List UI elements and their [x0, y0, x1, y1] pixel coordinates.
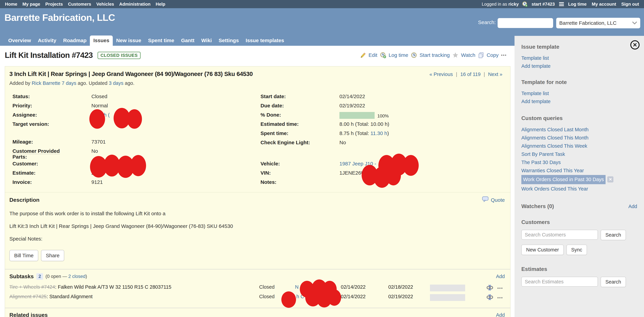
- close-sidebar-button[interactable]: ✕: [630, 40, 640, 49]
- copy-button[interactable]: Copy: [487, 52, 499, 58]
- subtask-status: Closed: [259, 294, 274, 300]
- search-input[interactable]: [498, 18, 553, 28]
- custom-query-link[interactable]: Alignments Closed This Month: [521, 134, 637, 142]
- search-estimates-input[interactable]: [521, 277, 598, 287]
- issue-template-title: Issue template: [521, 44, 637, 50]
- start-date-label: Start date:: [260, 93, 340, 103]
- tab-issue-templates[interactable]: Issue templates: [242, 35, 288, 46]
- tab-overview[interactable]: Overview: [5, 35, 34, 46]
- custom-query-link[interactable]: Sort By Parent Task: [521, 150, 637, 158]
- tab-spent-time[interactable]: Spent time: [145, 35, 178, 46]
- topmenu-administration[interactable]: Administration: [117, 1, 153, 7]
- spent-time-total-link[interactable]: 11.30 h: [370, 130, 387, 136]
- custom-query-link[interactable]: Alignments Closed This Week: [521, 142, 637, 150]
- search-customers-input[interactable]: [521, 230, 598, 240]
- tab-settings[interactable]: Settings: [215, 35, 242, 46]
- note-template-list-link[interactable]: Template list: [521, 89, 637, 97]
- add-template-link[interactable]: Add template: [521, 62, 637, 70]
- subtask-title: Falken Wild Peak A/T3 W 32 1150 R15 C 28…: [58, 284, 171, 290]
- description-paragraph: Lift Kit:3 Inch Lift Kit | Rear Springs …: [10, 223, 506, 229]
- unlink-icon[interactable]: [486, 294, 494, 302]
- log-time-button[interactable]: Log time: [388, 52, 408, 58]
- section-divider: [5, 308, 510, 308]
- assignee-value-redacted[interactable]: h (: [92, 112, 110, 121]
- added-ago-link[interactable]: 7 days: [62, 80, 76, 86]
- bill-time-button[interactable]: Bill Time: [10, 250, 38, 261]
- template-list-link[interactable]: Template list: [521, 54, 637, 62]
- sync-button[interactable]: Sync: [566, 245, 587, 255]
- topmenu-customers[interactable]: Customers: [66, 1, 94, 7]
- subtask-assignee-redacted[interactable]: N: [295, 284, 298, 290]
- tab-wiki[interactable]: Wiki: [198, 35, 215, 46]
- add-related-issue-link[interactable]: Add: [496, 312, 505, 317]
- start-tracking-button[interactable]: Start tracking: [420, 52, 450, 58]
- topmenu-my-account[interactable]: My account: [589, 1, 619, 7]
- previous-issue-link[interactable]: « Previous: [430, 71, 453, 77]
- updated-ago-link[interactable]: 3 days: [109, 80, 123, 86]
- new-customer-button[interactable]: New Customer: [521, 245, 564, 255]
- issue-position[interactable]: 16 of 119: [460, 71, 481, 77]
- topmenu-vehicles[interactable]: Vehicles: [94, 1, 117, 7]
- search-estimates-button[interactable]: Search: [600, 277, 626, 287]
- add-subtask-link[interactable]: Add: [496, 274, 505, 279]
- topmenu-sign-out[interactable]: Sign out: [619, 1, 642, 7]
- tab-roadmap[interactable]: Roadmap: [60, 35, 90, 46]
- subtask-more-button[interactable]: •••: [497, 286, 503, 291]
- subtask-more-button[interactable]: •••: [497, 295, 503, 301]
- assignee-label: Assignee:: [12, 112, 92, 121]
- invoice-link[interactable]: 9121: [92, 179, 103, 188]
- timer-list-icon[interactable]: [559, 2, 564, 6]
- tab-activity[interactable]: Activity: [34, 35, 60, 46]
- quote-link[interactable]: Quote: [482, 196, 505, 204]
- custom-query-link[interactable]: The Past 30 Days: [521, 158, 637, 166]
- redaction-blob: [281, 291, 296, 308]
- customer-value-redacted[interactable]: [92, 161, 146, 170]
- due-date-label: Due date:: [260, 103, 340, 112]
- chevron-down-icon: [632, 20, 637, 26]
- mileage-label: Mileage:: [12, 139, 92, 148]
- section-divider: [5, 269, 510, 269]
- topmenu-help[interactable]: Help: [153, 1, 168, 7]
- topmenu-home[interactable]: Home: [2, 1, 20, 7]
- author-link[interactable]: Rick Barrette: [32, 80, 60, 86]
- vin-value-redacted: 1JENE26UE: [340, 170, 368, 179]
- unlink-icon[interactable]: [486, 284, 494, 292]
- topmenu-projects[interactable]: Projects: [43, 1, 66, 7]
- start-issue-timer[interactable]: start #7423: [529, 1, 558, 7]
- note-add-template-link[interactable]: Add template: [521, 97, 637, 105]
- closed-subtasks-link[interactable]: 2 closed: [68, 274, 86, 279]
- custom-query-link[interactable]: Alignments Closed Last Month: [521, 125, 637, 134]
- topmenu-log-time[interactable]: Log time: [566, 1, 589, 7]
- custom-query-link[interactable]: Work Orders Closed This Year: [521, 185, 637, 193]
- add-watcher-link[interactable]: Add: [628, 204, 637, 209]
- logged-in-label: Logged in as ricky: [480, 1, 520, 7]
- attributes-divider: [5, 192, 510, 192]
- subtasks-count-badge: 2: [36, 273, 43, 280]
- related-issues-title: Related issues: [10, 312, 48, 317]
- custom-query-selected[interactable]: Work Orders Closed in Past 30 Days: [521, 175, 606, 184]
- topmenu-my-page[interactable]: My page: [20, 1, 43, 7]
- edit-button[interactable]: Edit: [368, 52, 377, 58]
- more-actions-button[interactable]: •••: [501, 52, 507, 58]
- tab-gantt[interactable]: Gantt: [178, 35, 198, 46]
- search-customers-button[interactable]: Search: [600, 230, 626, 240]
- subtask-row: Alignment #7425: Standard Alignment Clos…: [10, 294, 506, 303]
- description-paragraph: Special Notes:: [10, 236, 506, 242]
- watchers-header: Watchers (0) Add: [521, 203, 637, 209]
- project-selector-value: Barrette Fabrication, LLC: [559, 20, 616, 26]
- project-selector[interactable]: Barrette Fabrication, LLC: [556, 18, 640, 28]
- tab-new-issue[interactable]: New issue: [113, 35, 145, 46]
- start-timer-clock-icon[interactable]: [522, 1, 528, 7]
- watch-button[interactable]: Watch: [461, 52, 476, 58]
- subtask-id-link[interactable]: Tire + Wheels #7424: [10, 284, 55, 290]
- share-button[interactable]: Share: [41, 250, 64, 261]
- quote-bubble-icon: [482, 196, 489, 204]
- clear-query-button[interactable]: ✕: [607, 176, 614, 183]
- issue-attributes: Status:Closed Priority:Normal Assignee: …: [10, 93, 506, 189]
- next-issue-link[interactable]: Next »: [488, 71, 502, 77]
- custom-query-link[interactable]: Warranties Closed This Year: [521, 166, 637, 175]
- tab-issues[interactable]: Issues: [90, 35, 112, 46]
- project-tabs: Overview Activity Roadmap Issues New iss…: [0, 36, 514, 46]
- watchers-title: Watchers (0): [521, 203, 554, 209]
- subtask-id-link[interactable]: Alignment #7425: [10, 294, 47, 299]
